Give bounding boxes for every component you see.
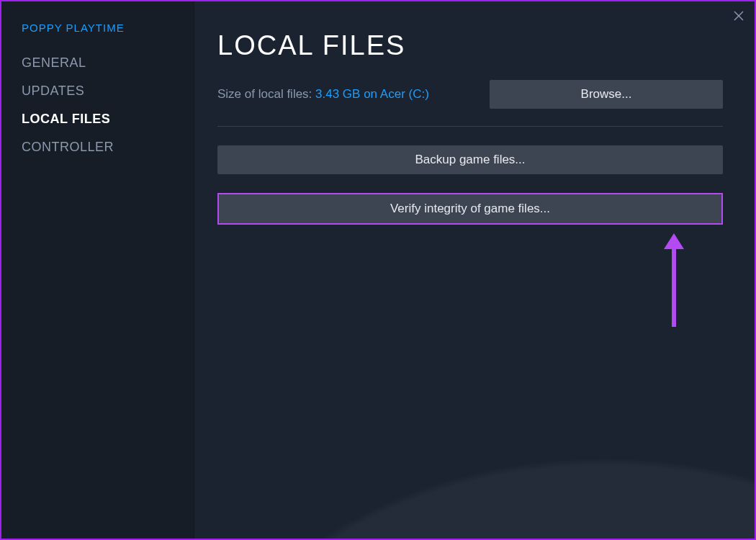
- page-title: LOCAL FILES: [217, 30, 723, 61]
- sidebar: POPPY PLAYTIME GENERAL UPDATES LOCAL FIL…: [1, 1, 194, 539]
- sidebar-item-updates[interactable]: UPDATES: [22, 84, 194, 99]
- verify-integrity-button[interactable]: Verify integrity of game files...: [219, 194, 721, 223]
- local-files-size: Size of local files: 3.43 GB on Acer (C:…: [217, 87, 429, 102]
- size-label: Size of local files:: [217, 87, 315, 101]
- divider: [217, 126, 723, 127]
- annotation-arrow-icon: [660, 233, 688, 327]
- local-files-summary-row: Size of local files: 3.43 GB on Acer (C:…: [217, 80, 723, 109]
- sidebar-item-general[interactable]: GENERAL: [22, 55, 194, 71]
- backup-game-files-button[interactable]: Backup game files...: [217, 145, 723, 174]
- size-value: 3.43 GB on Acer (C:): [315, 87, 429, 101]
- svg-marker-3: [664, 233, 684, 249]
- game-title: POPPY PLAYTIME: [22, 22, 194, 34]
- sidebar-item-local-files[interactable]: LOCAL FILES: [22, 112, 194, 127]
- annotation-highlight: Verify integrity of game files...: [217, 193, 723, 225]
- browse-button[interactable]: Browse...: [490, 80, 723, 109]
- properties-dialog: POPPY PLAYTIME GENERAL UPDATES LOCAL FIL…: [0, 0, 756, 540]
- content-pane: LOCAL FILES Size of local files: 3.43 GB…: [194, 1, 755, 539]
- sidebar-item-controller[interactable]: CONTROLLER: [22, 140, 194, 155]
